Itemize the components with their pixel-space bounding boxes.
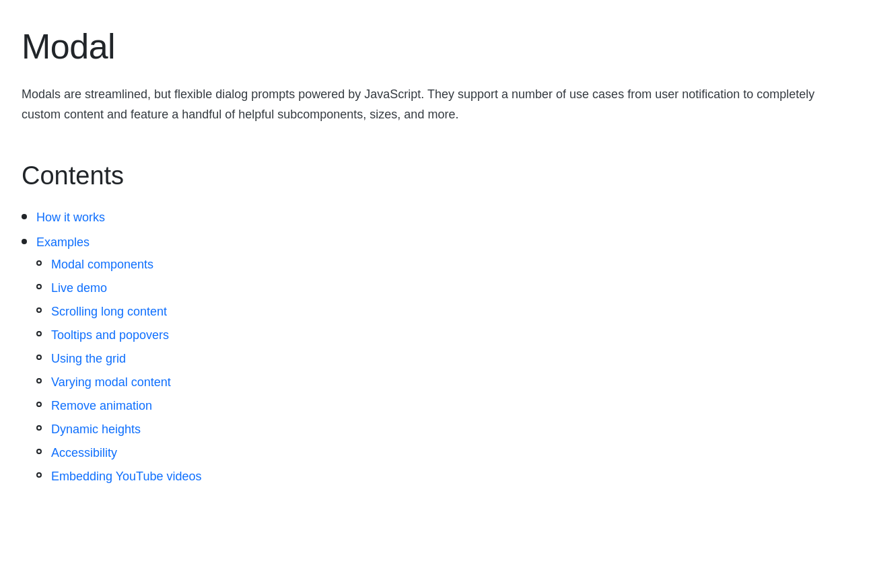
list-item: Accessibility [36,444,202,462]
hollow-bullet-icon [36,307,42,313]
contents-heading: Contents [22,157,855,195]
toc-link-tooltips-and-popovers[interactable]: Tooltips and popovers [51,326,169,344]
list-item: Tooltips and popovers [36,326,202,344]
list-item: Embedding YouTube videos [36,468,202,486]
list-item-content: ExamplesModal componentsLive demoScrolli… [36,233,202,491]
list-item-content: How it works [36,209,105,227]
list-item: How it works [22,209,855,227]
list-item: Remove animation [36,397,202,415]
hollow-bullet-icon [36,425,42,431]
toc-link-examples[interactable]: Examples [36,235,90,249]
list-item: Modal components [36,256,202,274]
sub-list: Modal componentsLive demoScrolling long … [36,256,202,486]
hollow-bullet-icon [36,260,42,266]
toc-link-live-demo[interactable]: Live demo [51,279,107,297]
toc-link-embedding-youtube-videos[interactable]: Embedding YouTube videos [51,468,202,486]
toc-link-dynamic-heights[interactable]: Dynamic heights [51,420,141,439]
hollow-bullet-icon [36,355,42,360]
list-item: Live demo [36,279,202,297]
page-title: Modal [22,20,855,73]
hollow-bullet-icon [36,449,42,454]
toc-link-varying-modal-content[interactable]: Varying modal content [51,373,171,392]
bullet-icon [22,239,27,244]
hollow-bullet-icon [36,402,42,407]
toc-link-modal-components[interactable]: Modal components [51,256,153,274]
hollow-bullet-icon [36,331,42,336]
list-item: Varying modal content [36,373,202,392]
toc-link-accessibility[interactable]: Accessibility [51,444,117,462]
list-item: Scrolling long content [36,303,202,321]
page-description: Modals are streamlined, but flexible dia… [22,85,855,124]
toc-link-using-the-grid[interactable]: Using the grid [51,350,126,368]
list-item: Dynamic heights [36,420,202,439]
hollow-bullet-icon [36,378,42,383]
bullet-icon [22,214,27,219]
list-item: ExamplesModal componentsLive demoScrolli… [22,233,855,491]
list-item: Using the grid [36,350,202,368]
hollow-bullet-icon [36,284,42,289]
hollow-bullet-icon [36,472,42,478]
toc-link-how-it-works[interactable]: How it works [36,211,105,224]
toc-link-scrolling-long-content[interactable]: Scrolling long content [51,303,167,321]
toc-link-remove-animation[interactable]: Remove animation [51,397,152,415]
contents-list: How it worksExamplesModal componentsLive… [22,209,855,491]
